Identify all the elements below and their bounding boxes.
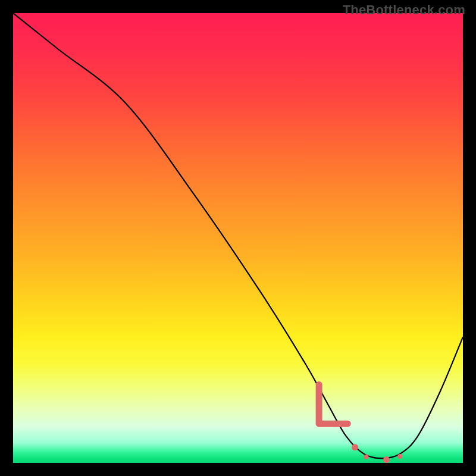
highlight-segment xyxy=(319,385,347,424)
plot-area xyxy=(13,13,463,463)
curve-layer xyxy=(13,13,463,458)
watermark-label: TheBottleneck.com xyxy=(343,2,465,18)
highlight-dot xyxy=(364,455,368,459)
highlight-dot xyxy=(383,456,390,463)
bottleneck-curve-path xyxy=(13,13,463,458)
highlight-dot xyxy=(352,444,358,450)
highlight-dot xyxy=(397,454,402,459)
chart-container: TheBottleneck.com xyxy=(0,0,476,476)
curve-svg xyxy=(13,13,463,463)
